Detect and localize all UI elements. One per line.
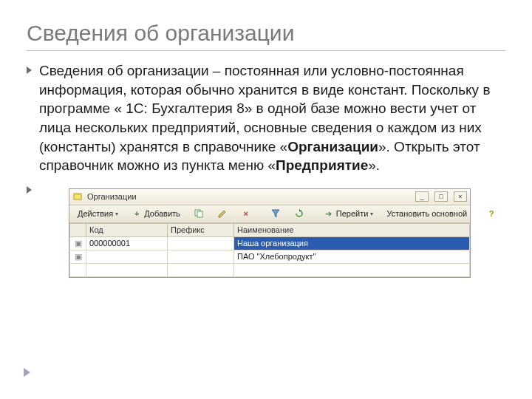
close-button[interactable]: × [454, 191, 467, 202]
col-prefix[interactable]: Префикс [168, 223, 234, 236]
help-button[interactable]: ? [481, 207, 502, 220]
slide-paragraph: Сведения об организации – постоянная или… [39, 61, 505, 175]
text-bold: Предприятие [276, 157, 368, 173]
refresh-button[interactable] [289, 207, 310, 220]
help-icon: ? [486, 208, 497, 219]
copy-icon [194, 208, 204, 219]
svg-rect-3 [197, 211, 202, 217]
plus-icon: + [132, 208, 142, 219]
copy-button[interactable] [188, 207, 209, 220]
table-row [70, 263, 470, 276]
actions-label: Действия [78, 209, 113, 218]
edit-button[interactable] [212, 207, 233, 220]
slide-title: Сведения об организации [27, 21, 505, 51]
set-main-button[interactable]: Установить основной [381, 207, 472, 220]
bullet-marker-icon [27, 66, 32, 74]
minimize-button[interactable]: _ [415, 191, 429, 202]
refresh-icon [294, 208, 304, 219]
cell-code: 000000001 [86, 236, 168, 250]
header-row: Код Префикс Наименование [70, 223, 470, 236]
titlebar: Организации _ □ × [69, 189, 470, 205]
filter-button[interactable] [265, 207, 286, 220]
bullet-item: Организации _ □ × Действия ▾ + Добавить [27, 181, 505, 278]
app-icon [72, 191, 83, 202]
svg-rect-1 [74, 194, 81, 195]
table-row[interactable]: ▣ 000000001 Наша организация [70, 236, 470, 250]
add-label: Добавить [144, 209, 180, 218]
chevron-down-icon: ▾ [370, 211, 373, 217]
grid: Код Префикс Наименование ▣ 000000001 Наш… [69, 223, 470, 277]
add-button[interactable]: + Добавить [126, 207, 185, 220]
window-title: Организации [87, 192, 409, 201]
col-mark[interactable] [70, 223, 86, 236]
delete-button[interactable]: × [236, 207, 256, 220]
set-main-label: Установить основной [386, 209, 467, 218]
x-icon: × [241, 208, 251, 219]
cell-name: Наша организация [234, 236, 470, 250]
row-marker-icon: ▣ [70, 236, 86, 250]
goto-label: Перейти [336, 209, 369, 218]
funnel-icon [270, 208, 281, 219]
maximize-button[interactable]: □ [434, 191, 448, 202]
bullet-marker-icon [27, 186, 32, 194]
text-part: ». [368, 157, 380, 173]
cell-prefix [168, 236, 234, 250]
actions-menu[interactable]: Действия ▾ [72, 207, 123, 220]
arrow-right-icon: ➔ [324, 208, 334, 219]
pencil-icon [217, 208, 228, 219]
toolbar: Действия ▾ + Добавить × [69, 205, 470, 223]
row-marker-icon: ▣ [70, 250, 86, 263]
bullet-item: Сведения об организации – постоянная или… [27, 61, 505, 175]
goto-menu[interactable]: ➔ Перейти ▾ [318, 207, 379, 220]
col-name[interactable]: Наименование [234, 223, 470, 236]
cell-code [86, 250, 168, 263]
cell-prefix [168, 250, 234, 263]
app-window: Организации _ □ × Действия ▾ + Добавить [69, 188, 471, 278]
slide-corner-icon [24, 368, 30, 377]
col-code[interactable]: Код [86, 223, 168, 236]
cell-name: ПАО "Хлебопродукт" [234, 250, 470, 263]
text-bold: Организации [287, 139, 378, 154]
chevron-down-icon: ▾ [115, 211, 118, 217]
table-row[interactable]: ▣ ПАО "Хлебопродукт" [70, 250, 470, 263]
